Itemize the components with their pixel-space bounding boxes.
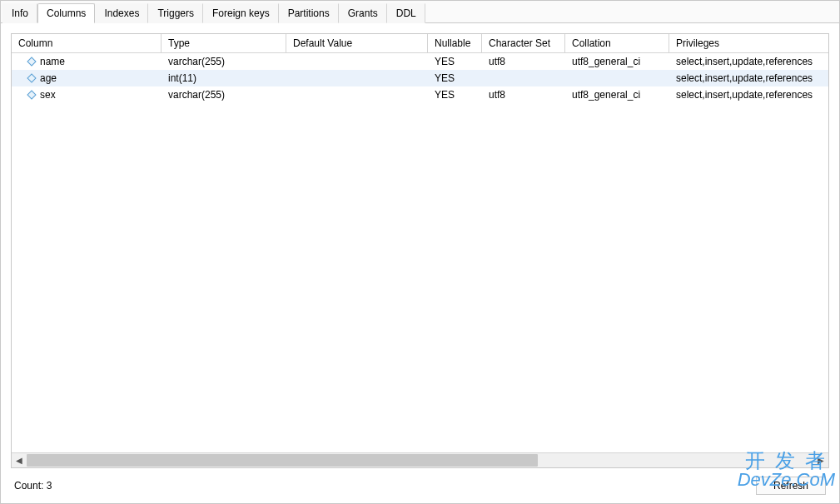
column-icon <box>27 73 36 82</box>
tab-columns[interactable]: Columns <box>37 3 95 23</box>
footer: Count: 3 Refresh <box>11 468 829 498</box>
cell-name: age <box>12 71 162 86</box>
column-name-text: sex <box>40 89 56 101</box>
cell-type: varchar(255) <box>162 87 286 102</box>
cell-collation: utf8_general_ci <box>565 54 669 69</box>
refresh-button[interactable]: Refresh <box>756 477 826 495</box>
column-name-text: age <box>40 72 57 84</box>
column-header-collation[interactable]: Collation <box>565 34 669 52</box>
cell-name: name <box>12 54 162 69</box>
tab-grants[interactable]: Grants <box>339 3 387 23</box>
scroll-right-button[interactable]: ▶ <box>813 453 828 467</box>
cell-default <box>286 77 428 80</box>
cell-nullable: YES <box>428 71 482 86</box>
column-icon <box>27 57 36 66</box>
column-name-text: name <box>40 56 65 67</box>
cell-collation: utf8_general_ci <box>565 87 669 102</box>
cell-privs: select,insert,update,references <box>669 54 828 69</box>
table-body: namevarchar(255)YESutf8utf8_general_cise… <box>12 53 828 452</box>
cell-default <box>286 60 428 63</box>
cell-nullable: YES <box>428 87 482 102</box>
column-header-column[interactable]: Column <box>12 34 162 52</box>
cell-name: sex <box>12 87 162 102</box>
tab-bar: InfoColumnsIndexesTriggersForeign keysPa… <box>1 1 839 23</box>
scroll-left-button[interactable]: ◀ <box>12 453 27 467</box>
tab-info[interactable]: Info <box>2 3 37 23</box>
table-row[interactable]: sexvarchar(255)YESutf8utf8_general_cisel… <box>12 86 828 103</box>
table-row[interactable]: namevarchar(255)YESutf8utf8_general_cise… <box>12 53 828 70</box>
cell-charset: utf8 <box>482 87 565 102</box>
cell-nullable: YES <box>428 54 482 69</box>
column-header-nullable[interactable]: Nullable <box>428 34 482 52</box>
cell-default <box>286 93 428 96</box>
scrollbar-track[interactable] <box>27 453 813 467</box>
cell-privs: select,insert,update,references <box>669 71 828 86</box>
db-table-columns-window: InfoColumnsIndexesTriggersForeign keysPa… <box>0 0 840 504</box>
cell-privs: select,insert,update,references <box>669 87 828 102</box>
tab-foreign-keys[interactable]: Foreign keys <box>203 3 279 23</box>
columns-panel: ColumnTypeDefault ValueNullableCharacter… <box>1 23 839 503</box>
tab-ddl[interactable]: DDL <box>387 3 425 23</box>
cell-charset: utf8 <box>482 54 565 69</box>
column-icon <box>27 90 36 99</box>
scrollbar-thumb[interactable] <box>27 454 538 467</box>
cell-type: varchar(255) <box>162 54 286 69</box>
row-count-label: Count: 3 <box>14 480 52 492</box>
cell-charset <box>482 77 565 80</box>
column-header-privileges[interactable]: Privileges <box>669 34 829 52</box>
tab-triggers[interactable]: Triggers <box>148 3 203 23</box>
column-header-character-set[interactable]: Character Set <box>482 34 565 52</box>
cell-collation <box>565 77 669 80</box>
columns-table: ColumnTypeDefault ValueNullableCharacter… <box>11 33 829 468</box>
tab-indexes[interactable]: Indexes <box>95 3 148 23</box>
horizontal-scrollbar[interactable]: ◀ ▶ <box>12 452 828 467</box>
column-header-default-value[interactable]: Default Value <box>286 34 428 52</box>
table-header-row: ColumnTypeDefault ValueNullableCharacter… <box>12 34 828 53</box>
column-header-type[interactable]: Type <box>162 34 286 52</box>
table-row[interactable]: ageint(11)YESselect,insert,update,refere… <box>12 70 828 86</box>
tab-partitions[interactable]: Partitions <box>279 3 339 23</box>
cell-type: int(11) <box>162 71 286 86</box>
